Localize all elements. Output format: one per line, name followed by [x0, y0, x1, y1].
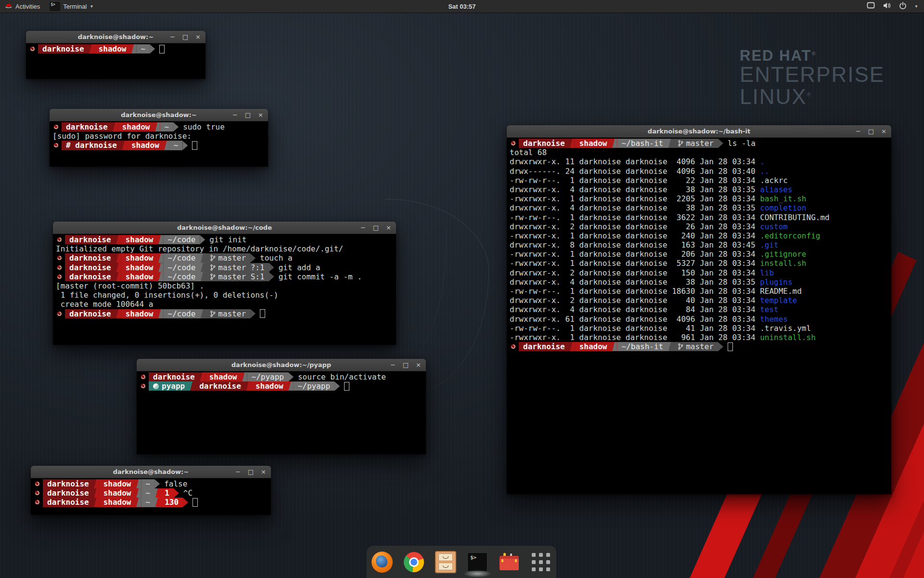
prompt-segment-host: shadow — [575, 342, 612, 351]
minimize-button[interactable]: − — [235, 469, 241, 475]
clock[interactable]: Sat 03:57 — [448, 3, 475, 10]
terminal-body[interactable]: darknoiseshadow~/pyappsource bin/activat… — [137, 371, 426, 454]
file-cabinet-icon — [435, 551, 456, 573]
prompt-segment-path: ~/code — [164, 253, 200, 263]
window-titlebar[interactable]: darknoise@shadow:~−□× — [26, 31, 205, 43]
dock-toolbox[interactable] — [498, 551, 521, 574]
minimize-button[interactable]: − — [390, 362, 396, 368]
prompt-segment-path: ~/code — [164, 272, 200, 281]
close-button[interactable]: × — [386, 224, 391, 231]
file-list-row: -rwxrwxr-x. 1 darknoise darknoise 240 Ja… — [510, 231, 888, 240]
maximize-button[interactable]: □ — [868, 128, 874, 134]
prompt-icon — [52, 122, 62, 131]
minimize-button[interactable]: − — [170, 34, 175, 40]
close-button[interactable]: × — [416, 362, 421, 368]
close-button[interactable]: × — [258, 112, 263, 118]
terminal-window-w3: darknoise@shadow:~/code−□×darknoiseshado… — [53, 222, 396, 345]
powerline-separator — [245, 381, 251, 391]
powerline-separator — [569, 139, 575, 148]
file-list-row: drwxrwxr-x. 2 darknoise darknoise 40 Jan… — [510, 296, 888, 305]
window-titlebar[interactable]: darknoise@shadow:~/code−□× — [53, 222, 396, 234]
file-name: lib — [760, 268, 774, 277]
maximize-button[interactable]: □ — [245, 112, 251, 118]
prompt-segment-path: ~/code — [164, 235, 200, 244]
powerline-separator — [164, 141, 169, 150]
terminal-body[interactable]: darknoiseshadow~falsedarknoiseshadow~1^C… — [31, 478, 271, 515]
powerline-separator — [200, 272, 205, 281]
close-button[interactable]: × — [195, 34, 201, 40]
maximize-button[interactable]: □ — [403, 362, 409, 368]
volume-icon — [883, 2, 891, 11]
prompt-icon — [510, 342, 519, 351]
dock-terminal[interactable]: $> — [466, 551, 489, 574]
close-button[interactable]: × — [261, 469, 266, 475]
dock-chrome[interactable] — [402, 551, 425, 574]
powerline-separator — [116, 309, 121, 318]
file-attributes: drwxrwxr-x. 61 darknoise darknoise 4096 … — [510, 315, 760, 324]
file-list-row: -rwxrwxr-x. 1 darknoise darknoise 206 Ja… — [510, 250, 888, 259]
file-list-row: -rw-rw-r--. 1 darknoise darknoise 22 Jan… — [510, 176, 888, 185]
prompt-icon — [34, 498, 43, 507]
file-attributes: drwxrwxr-x. 4 darknoise darknoise 38 Jan… — [510, 277, 760, 287]
output-line: 1 file changed, 0 insertions(+), 0 delet… — [56, 290, 393, 300]
file-name: themes — [760, 315, 788, 324]
window-titlebar[interactable]: darknoise@shadow:~/pyapp−□× — [137, 359, 426, 371]
prompt-segment-host: shadow — [99, 488, 136, 498]
prompt-line: darknoiseshadow~130 — [34, 498, 268, 507]
app-menu-terminal[interactable]: $> Terminal ▼ — [45, 0, 98, 13]
command-text: git commit -a -m . — [279, 272, 362, 281]
maximize-button[interactable]: □ — [182, 34, 188, 40]
terminal-body[interactable]: darknoiseshadow~/bash-itmasterls -latota… — [507, 137, 891, 494]
close-button[interactable]: × — [881, 128, 886, 134]
prompt-icon — [510, 139, 519, 148]
prompt-icon — [56, 272, 65, 281]
terminal-body[interactable]: darknoiseshadow~/codegit initInitialized… — [53, 234, 396, 345]
prompt-line: # darknoiseshadow~ — [52, 141, 265, 150]
dock-files[interactable] — [434, 551, 457, 574]
powerline-arrow — [200, 235, 205, 244]
window-titlebar[interactable]: darknoise@shadow:~/bash-it−□× — [507, 125, 891, 138]
file-attributes: -rwxrwxr-x. 1 darknoise darknoise 5327 J… — [510, 259, 760, 268]
powerline-separator — [569, 342, 575, 351]
maximize-button[interactable]: □ — [373, 224, 379, 231]
powerline-separator — [121, 141, 127, 150]
terminal-body[interactable]: darknoiseshadow~ — [26, 43, 205, 79]
minimize-button[interactable]: − — [856, 128, 861, 134]
prompt-segment-path: ~/bash-it — [617, 139, 668, 148]
file-name: template — [760, 296, 797, 305]
prompt-line: darknoiseshadow~/bash-itmasterls -la — [510, 139, 888, 148]
window-buttons: −□× — [856, 125, 886, 137]
prompt-line: darknoiseshadow~false — [34, 479, 268, 488]
powerline-separator — [158, 253, 164, 263]
window-titlebar[interactable]: darknoise@shadow:~−□× — [50, 109, 268, 121]
dock-firefox[interactable] — [371, 551, 394, 574]
file-list-row: drwxrwxr-x. 4 darknoise darknoise 38 Jan… — [510, 185, 888, 194]
prompt-segment-git: master — [673, 139, 718, 148]
prompt-segment-host: shadow — [251, 381, 288, 391]
prompt-segment-user: darknoise — [65, 272, 116, 281]
file-name: bash_it.sh — [760, 194, 806, 203]
powerline-separator — [158, 272, 164, 281]
dock-app-grid[interactable] — [529, 551, 552, 574]
activities-label: Activities — [15, 3, 40, 10]
terminal-body[interactable]: darknoiseshadow~sudo true[sudo] password… — [50, 121, 268, 167]
terminal-window-w1: darknoise@shadow:~−□×darknoiseshadow~ — [26, 31, 205, 79]
file-list-row: drwxrwxr-x. 4 darknoise darknoise 38 Jan… — [510, 277, 888, 287]
powerline-arrow — [288, 372, 294, 381]
system-status-area[interactable]: ▼ — [861, 0, 924, 13]
file-attributes: -rwxrwxr-x. 1 darknoise darknoise 240 Ja… — [510, 231, 760, 240]
powerline-separator — [158, 263, 164, 272]
power-icon — [899, 2, 907, 11]
powerline-arrow — [718, 342, 723, 351]
powerline-separator — [112, 122, 118, 131]
chevron-down-icon: ▼ — [90, 4, 93, 9]
maximize-button[interactable]: □ — [248, 469, 254, 475]
file-list-row: drwxrwxr-x. 61 darknoise darknoise 4096 … — [510, 315, 888, 324]
window-titlebar[interactable]: darknoise@shadow:~−□× — [31, 466, 271, 478]
minimize-button[interactable]: − — [232, 112, 238, 118]
file-attributes: drwxrwxr-x. 8 darknoise darknoise 163 Ja… — [510, 240, 760, 250]
output-line: [master (root-commit) 50bcb63] . — [56, 281, 393, 290]
powerline-separator — [200, 309, 205, 318]
activities-button[interactable]: Activities — [0, 0, 45, 13]
minimize-button[interactable]: − — [360, 224, 366, 231]
